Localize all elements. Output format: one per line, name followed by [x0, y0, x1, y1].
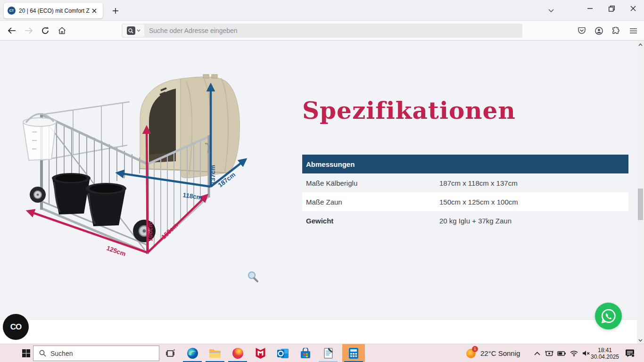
- calf-igloo: [140, 74, 239, 178]
- taskbar-firefox[interactable]: [226, 344, 249, 362]
- taskbar-edge[interactable]: [181, 344, 204, 362]
- scroll-up-icon[interactable]: [637, 41, 644, 48]
- battery-icon[interactable]: [555, 344, 568, 362]
- dimension-label-fence-width: 125cm: [106, 245, 127, 258]
- black-bucket-right: [86, 183, 126, 226]
- firefox-icon: [232, 347, 244, 359]
- windows-logo-icon: [22, 349, 30, 357]
- active-tab[interactable]: CT 20 | 64 (ECO) mit Comfort Zaun: [4, 3, 103, 18]
- table-header: Abmessungen: [302, 155, 628, 173]
- tray-date: 30.04.2025: [588, 354, 621, 360]
- tray-time: 18:41: [588, 347, 621, 354]
- scrollbar-thumb[interactable]: [638, 189, 643, 220]
- back-icon[interactable]: [5, 24, 19, 37]
- cookie-consent-button[interactable]: CO: [3, 314, 29, 340]
- window-restore-button[interactable]: [601, 0, 622, 17]
- file-explorer-icon: [209, 348, 221, 359]
- row-value: 150cm x 125cm x 100cm: [439, 198, 628, 206]
- calculator-icon: [348, 347, 359, 359]
- taskbar-outlook[interactable]: [272, 344, 294, 362]
- extensions-icon[interactable]: [609, 24, 623, 37]
- page-content: 137cm 187cm 118cm 100cm 150cm 125cm Spez…: [0, 41, 637, 344]
- taskbar-search-placeholder: Suchen: [50, 350, 73, 357]
- page-title: Spezifikationen: [302, 97, 516, 124]
- whatsapp-icon: [601, 308, 617, 324]
- site-favicon: CT: [8, 7, 16, 15]
- row-label: Gewicht: [302, 217, 439, 225]
- address-bar[interactable]: Suche oder Adresse eingeben: [122, 24, 522, 38]
- row-label: Maße Kälberiglu: [302, 179, 439, 187]
- search-engine-chip[interactable]: [123, 25, 144, 37]
- chevron-down-icon: [137, 29, 140, 32]
- notification-badge: 1: [472, 346, 478, 352]
- window-minimize-button[interactable]: [579, 0, 601, 17]
- table-row: Maße Zaun 150cm x 125cm x 100cm: [302, 192, 628, 211]
- windows-taskbar: Suchen: [0, 344, 644, 362]
- tray-chevron-up-icon[interactable]: [531, 344, 543, 362]
- browser-toolbar: Suche oder Adresse eingeben: [0, 21, 644, 41]
- microsoft-store-icon: [300, 348, 311, 359]
- taskbar-file-explorer[interactable]: [204, 344, 226, 362]
- tab-title: 20 | 64 (ECO) mit Comfort Zaun: [19, 8, 90, 14]
- feeding-bucket: [23, 114, 56, 160]
- window-close-button[interactable]: [622, 0, 644, 17]
- action-center-button[interactable]: [625, 344, 635, 362]
- page-footer: [0, 320, 637, 344]
- product-image[interactable]: 137cm 187cm 118cm 100cm 150cm 125cm: [17, 66, 269, 283]
- tab-close-icon[interactable]: [90, 6, 99, 16]
- clock-widget[interactable]: 18:41 30.04.2025: [588, 344, 621, 362]
- account-icon[interactable]: [592, 24, 606, 37]
- edge-icon: [187, 347, 198, 359]
- taskbar-calculator[interactable]: [342, 344, 365, 362]
- menu-icon[interactable]: [626, 24, 640, 37]
- taskbar-microsoft-store[interactable]: [294, 344, 317, 362]
- whatsapp-button[interactable]: [595, 303, 622, 329]
- row-value: 187cm x 118cm x 137cm: [439, 179, 628, 187]
- tab-strip: CT 20 | 64 (ECO) mit Comfort Zaun: [0, 0, 644, 21]
- image-zoom-icon[interactable]: [248, 272, 257, 281]
- wifi-icon[interactable]: [568, 344, 580, 362]
- notepad-icon: [323, 347, 334, 359]
- dimension-label-igloo-height: 137cm: [209, 165, 216, 185]
- weather-text: 22°C Sonnig: [480, 349, 520, 357]
- forward-icon[interactable]: [22, 24, 36, 37]
- taskbar-search-box[interactable]: Suchen: [33, 346, 159, 361]
- taskbar-mcafee[interactable]: [249, 344, 272, 362]
- dimension-label-fence-height: 100cm: [147, 222, 154, 241]
- weather-sun-icon: 1: [466, 348, 476, 359]
- taskbar-notepad[interactable]: [317, 344, 339, 362]
- black-bucket-left: [52, 173, 91, 214]
- scroll-down-icon[interactable]: [637, 337, 644, 344]
- page-scrollbar[interactable]: [637, 41, 644, 344]
- action-center-icon: [625, 349, 635, 357]
- mcafee-icon: [255, 347, 266, 359]
- meet-now-icon[interactable]: [543, 344, 555, 362]
- pocket-icon[interactable]: [575, 24, 589, 37]
- weather-widget[interactable]: 1 22°C Sonnig: [466, 344, 520, 362]
- outlook-icon: [277, 348, 289, 359]
- tray-icons: [531, 344, 592, 362]
- task-view-icon: [166, 349, 175, 357]
- table-row: Gewicht 20 kg Iglu + 37kg Zaun: [302, 211, 628, 230]
- row-label: Maße Zaun: [302, 198, 439, 206]
- dimension-label-igloo-width: 118cm: [182, 191, 203, 201]
- start-button[interactable]: [19, 344, 33, 362]
- search-icon: [39, 350, 46, 357]
- table-row: Maße Kälberiglu 187cm x 118cm x 137cm: [302, 173, 628, 192]
- specifications-table: Abmessungen Maße Kälberiglu 187cm x 118c…: [302, 155, 628, 230]
- home-icon[interactable]: [55, 24, 69, 37]
- row-value: 20 kg Iglu + 37kg Zaun: [439, 217, 628, 225]
- task-view-button[interactable]: [162, 344, 178, 362]
- list-tabs-chevron-icon[interactable]: [545, 5, 557, 17]
- wheel-left: [30, 187, 46, 203]
- dimension-label-fence-length: 150cm: [160, 222, 180, 240]
- new-tab-button[interactable]: [109, 5, 122, 17]
- reload-icon[interactable]: [38, 24, 52, 37]
- address-placeholder: Suche oder Adresse eingeben: [149, 27, 238, 34]
- search-icon: [127, 26, 135, 35]
